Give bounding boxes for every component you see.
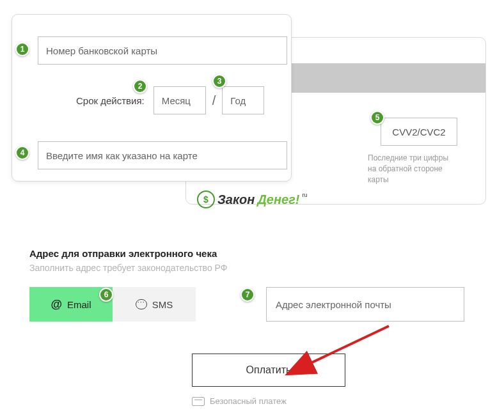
expiry-group: Срок действия: Месяц / Год: [76, 86, 264, 114]
clock-dollar-icon: $: [197, 191, 215, 208]
name-placeholder: Введите имя как указано на карте: [46, 150, 198, 161]
email-address-input[interactable]: Адрес электронной почты: [266, 287, 464, 322]
receipt-title: Адрес для отправки электронного чека: [29, 248, 477, 259]
secure-card-icon: [192, 397, 205, 406]
card-number-placeholder: Номер банковской карты: [46, 45, 157, 56]
pay-button[interactable]: Оплатить: [192, 354, 345, 387]
receipt-subtitle: Заполнить адрес требует законодательство…: [29, 263, 477, 273]
annotation-badge-1: 1: [15, 42, 29, 56]
tab-email-label: Email: [67, 299, 91, 310]
site-logo: $ Закон Денег! ru: [197, 191, 308, 208]
month-placeholder: Месяц: [162, 95, 191, 106]
annotation-badge-4: 4: [15, 146, 29, 160]
at-icon: @: [51, 298, 62, 311]
annotation-badge-6: 6: [99, 288, 113, 302]
cvv-placeholder: CVV2/CVC2: [392, 127, 445, 137]
logo-text-part1: Закон: [217, 192, 255, 207]
logo-text-part2: Денег!: [257, 192, 299, 207]
expiry-year-input[interactable]: Год: [222, 86, 264, 114]
secure-payment-note: Безопасный платеж: [192, 396, 287, 406]
card-number-input[interactable]: Номер банковской карты: [38, 36, 287, 65]
chat-bubble-icon: [136, 299, 147, 309]
logo-suffix: ru: [303, 192, 308, 198]
year-placeholder: Год: [230, 95, 246, 106]
expiry-slash: /: [212, 93, 216, 108]
annotation-badge-5: 5: [370, 111, 384, 125]
tab-sms-label: SMS: [152, 299, 173, 310]
annotation-badge-2: 2: [133, 79, 147, 93]
cvv-hint-text: Последние три цифры на обратной стороне …: [368, 153, 457, 185]
cardholder-name-input[interactable]: Введите имя как указано на карте: [38, 141, 287, 169]
cvv-input[interactable]: CVV2/CVC2: [381, 118, 457, 146]
annotation-badge-3: 3: [212, 74, 226, 88]
email-placeholder: Адрес электронной почты: [276, 299, 391, 310]
expiry-label: Срок действия:: [76, 95, 145, 106]
tab-sms[interactable]: SMS: [113, 287, 196, 322]
annotation-badge-7: 7: [240, 288, 255, 302]
card-front: Номер банковской карты Срок действия: Ме…: [12, 14, 292, 182]
pay-button-label: Оплатить: [246, 364, 292, 376]
expiry-month-input[interactable]: Месяц: [154, 86, 206, 114]
secure-text: Безопасный платеж: [210, 396, 287, 406]
receipt-section: Адрес для отправки электронного чека Зап…: [29, 248, 477, 322]
